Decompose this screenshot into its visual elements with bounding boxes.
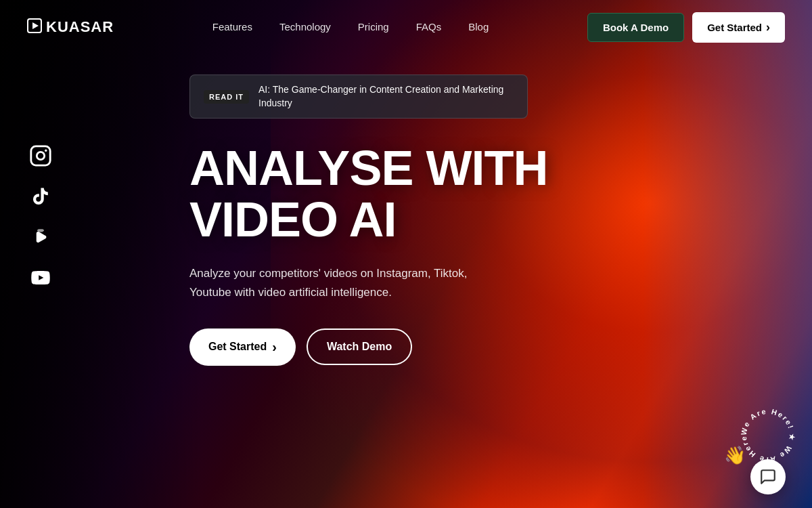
nav-features[interactable]: Features xyxy=(212,21,252,33)
circular-text-svg: We Are Here! ★ We Are Here! xyxy=(738,405,798,466)
nav-faqs[interactable]: FAQs xyxy=(416,21,442,33)
hero-subtitle: Analyze your competitors' videos on Inst… xyxy=(189,264,474,301)
wave-emoji: 👋 xyxy=(724,445,746,466)
chat-widget: We Are Here! ★ We Are Here! 👋 xyxy=(738,405,798,494)
get-started-nav-button[interactable]: Get Started › xyxy=(692,12,785,43)
nav-blog[interactable]: Blog xyxy=(468,21,489,33)
read-it-text: AI: The Game-Changer in Content Creation… xyxy=(258,83,514,110)
nav-technology[interactable]: Technology xyxy=(279,21,331,33)
cta-buttons: Get Started › Watch Demo xyxy=(189,329,785,366)
get-started-hero-button[interactable]: Get Started › xyxy=(189,329,296,366)
read-it-badge[interactable]: READ IT AI: The Game-Changer in Content … xyxy=(189,75,528,119)
hero-content: READ IT AI: The Game-Changer in Content … xyxy=(0,54,812,366)
svg-marker-5 xyxy=(32,22,39,29)
nav-pricing[interactable]: Pricing xyxy=(358,21,389,33)
book-demo-button[interactable]: Book A Demo xyxy=(587,13,684,42)
hero-title: ANALYSE WITH VIDEO AI xyxy=(189,143,785,245)
we-are-here-badge: We Are Here! ★ We Are Here! 👋 xyxy=(738,405,798,466)
logo[interactable]: KUASAR xyxy=(27,18,114,37)
watch-demo-button[interactable]: Watch Demo xyxy=(307,329,412,365)
navbar: KUASAR Features Technology Pricing FAQs … xyxy=(0,0,812,54)
nav-actions: Book A Demo Get Started › xyxy=(587,12,785,43)
logo-icon xyxy=(27,18,42,37)
svg-text:We Are Here! ★ We Are Here!: We Are Here! ★ We Are Here! xyxy=(738,405,796,464)
logo-text: KUASAR xyxy=(46,18,114,36)
read-it-label: READ IT xyxy=(204,90,249,104)
nav-links: Features Technology Pricing FAQs Blog xyxy=(212,21,489,33)
chat-bubble-icon xyxy=(759,468,777,486)
